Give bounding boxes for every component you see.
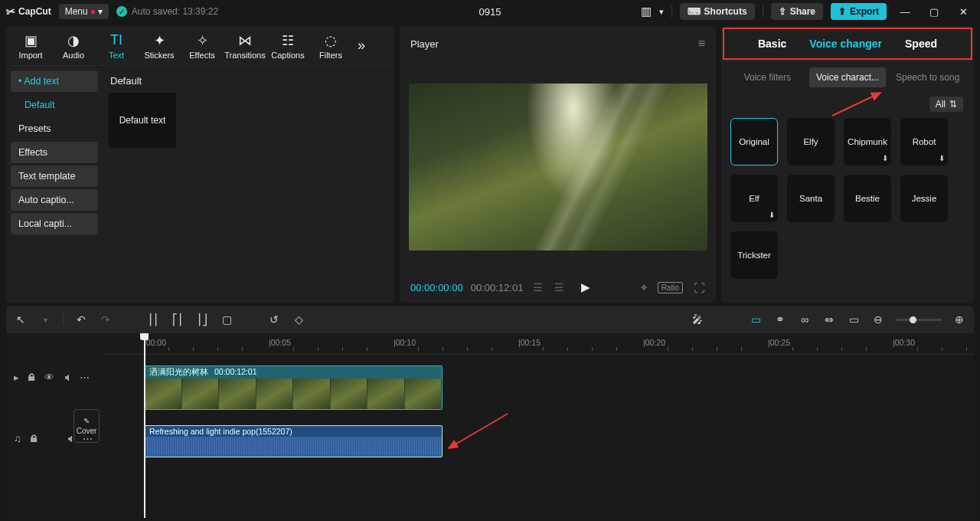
voice-tile-santa[interactable]: Santa (787, 175, 835, 222)
timecode-duration: 00:00:12:01 (471, 282, 524, 293)
pointer-tool-icon[interactable]: ↖ (14, 313, 28, 326)
subtab[interactable]: Voice filters (729, 67, 806, 87)
more-tabs-icon[interactable]: » (352, 38, 371, 54)
scan-icon[interactable]: ⌖ (641, 280, 647, 294)
align-icon[interactable]: ⇔ (822, 313, 836, 326)
logo-icon: ✂ (5, 5, 17, 18)
timecode-current: 00:00:00:00 (410, 282, 463, 293)
voice-tile-trickster[interactable]: Trickster (730, 231, 778, 279)
voice-tile-chipmunk[interactable]: Chipmunk⬇ (844, 118, 891, 165)
chevron-down-icon[interactable]: ▾ (38, 316, 52, 324)
inspector-tab-basic[interactable]: Basic (758, 38, 786, 50)
time-ruler[interactable]: |00:00|00:05|00:10|00:15|00:20|00:25|00:… (106, 333, 974, 355)
link-icon[interactable]: ⚭ (773, 313, 787, 326)
reverse-icon[interactable]: ↺ (267, 313, 281, 326)
mic-icon[interactable]: 🎤︎ (691, 313, 704, 326)
subtab[interactable]: Speech to song (889, 67, 966, 87)
sidebar-item[interactable]: Default (11, 94, 98, 116)
chevron-down-icon[interactable]: ▾ (659, 7, 664, 17)
text-icon: TI (110, 32, 122, 49)
player-controls: 00:00:00:00 00:00:12:01 ☰ ☰ ▶ ⌖ Ratio ⛶ (400, 272, 716, 303)
media-tab-captions[interactable]: ☷Captions (266, 32, 309, 60)
sidebar-item[interactable]: Effects (11, 142, 98, 163)
media-tab-stickers[interactable]: ✦Stickers (138, 32, 181, 60)
download-icon: ⬇ (882, 154, 888, 162)
sidebar-item[interactable]: • Add text (11, 70, 98, 92)
media-tab-transitions[interactable]: ⋈Transitions (224, 32, 266, 60)
delete-icon[interactable]: ▢ (220, 313, 234, 326)
preview-mode-icon[interactable]: ▭ (847, 313, 861, 326)
audio-clip-name: Refreshing and light indie pop(1552207) (149, 427, 292, 436)
playhead[interactable] (144, 333, 145, 518)
trim-right-icon[interactable]: ⎮⎦ (195, 313, 209, 326)
media-tab-filters[interactable]: ◌Filters (309, 32, 352, 60)
media-tab-audio[interactable]: ◑Audio (52, 32, 95, 60)
marker-icon[interactable]: ◇ (292, 313, 305, 326)
voice-name: Chipmunk (848, 137, 887, 146)
redo-icon[interactable]: ↷ (99, 313, 113, 326)
shortcuts-button[interactable]: ⌨ Shortcuts (680, 3, 755, 20)
subtab[interactable]: Voice charact... (809, 67, 887, 87)
more-icon[interactable]: ⋯ (80, 372, 90, 383)
video-preview[interactable] (409, 84, 707, 251)
mute-icon[interactable]: 🔈︎ (65, 433, 75, 444)
media-tabs: ▣Import◑AudioTIText✦Stickers✧Effects⋈Tra… (6, 26, 394, 66)
filters-icon: ◌ (325, 32, 337, 49)
share-button[interactable]: ⇪ Share (771, 3, 823, 20)
audio-clip[interactable]: Refreshing and light indie pop(1552207) (144, 425, 443, 457)
ratio-button[interactable]: Ratio (658, 282, 683, 293)
sidebar-item[interactable]: Auto captio... (11, 189, 98, 211)
zoom-in-icon[interactable]: ⊕ (952, 313, 966, 326)
waveform (145, 437, 442, 457)
filter-all-button[interactable]: All ⇅ (929, 97, 963, 112)
media-tab-label: Audio (63, 51, 84, 60)
play-button[interactable]: ▶ (581, 280, 590, 294)
window-close[interactable]: ✕ (952, 6, 974, 18)
fullscreen-icon[interactable]: ⛶ (694, 281, 705, 294)
video-clip[interactable]: 洒满阳光的树林 00:00:12:01 (144, 365, 443, 410)
voice-name: Trickster (737, 251, 771, 260)
media-tab-effects[interactable]: ✧Effects (181, 32, 224, 60)
chevron-down-icon: ▾ (98, 6, 103, 17)
magnet-icon[interactable]: ▭ (749, 313, 763, 326)
sidebar-item[interactable]: Text template (11, 165, 98, 187)
download-icon: ⬇ (769, 211, 775, 219)
voice-tile-elf[interactable]: Elf⬇ (730, 175, 778, 222)
media-tab-label: Captions (271, 51, 304, 60)
chain-icon[interactable]: ∞ (798, 313, 812, 326)
undo-icon[interactable]: ↶ (74, 313, 88, 326)
lock-icon[interactable]: 🔒︎ (27, 372, 37, 383)
compare-b-icon[interactable]: ☰ (552, 281, 566, 293)
zoom-out-icon[interactable]: ⊖ (871, 313, 885, 326)
voice-tile-robot[interactable]: Robot⬇ (900, 118, 948, 165)
track-controls: ▸ 🔒︎ 👁︎ 🔈︎ ⋯ ✎ Cover ♫ 🔒︎ 🔈︎ ⋯ (6, 333, 106, 518)
eye-icon[interactable]: 👁︎ (44, 372, 54, 383)
media-tab-text[interactable]: TIText (95, 32, 138, 60)
split-icon[interactable]: ⎮⎮ (146, 313, 160, 326)
zoom-slider[interactable] (896, 319, 942, 321)
track-area[interactable]: |00:00|00:05|00:10|00:15|00:20|00:25|00:… (106, 333, 974, 518)
window-maximize[interactable]: ▢ (923, 6, 945, 18)
sidebar-item[interactable]: Presets (11, 118, 98, 139)
window-minimize[interactable]: — (894, 6, 916, 18)
lock-icon[interactable]: 🔒︎ (29, 433, 39, 444)
mute-icon[interactable]: 🔈︎ (62, 372, 72, 383)
voice-tile-bestie[interactable]: Bestie (844, 175, 891, 222)
export-button[interactable]: ⬆ Export (831, 3, 887, 20)
media-tab-label: Filters (319, 51, 342, 60)
voice-tile-elfy[interactable]: Elfy (787, 118, 835, 165)
voice-tile-jessie[interactable]: Jessie (900, 175, 948, 222)
compare-a-icon[interactable]: ☰ (531, 281, 544, 293)
inspector-tab-voice-changer[interactable]: Voice changer (809, 38, 882, 50)
media-tab-import[interactable]: ▣Import (9, 32, 52, 60)
default-text-tile[interactable]: Default text (109, 93, 176, 148)
player-menu-icon[interactable]: ≡ (698, 37, 705, 51)
more-icon[interactable]: ⋯ (83, 433, 93, 444)
menu-button[interactable]: Menu ▾ (59, 4, 109, 19)
layout-icon[interactable]: ▥ (641, 5, 652, 18)
voice-tile-original[interactable]: Original (730, 118, 778, 165)
trim-left-icon[interactable]: ⎡⎮ (171, 313, 185, 326)
voice-name: Jessie (912, 194, 937, 203)
inspector-tab-speed[interactable]: Speed (905, 38, 937, 50)
sidebar-item[interactable]: Local capti... (11, 213, 98, 234)
